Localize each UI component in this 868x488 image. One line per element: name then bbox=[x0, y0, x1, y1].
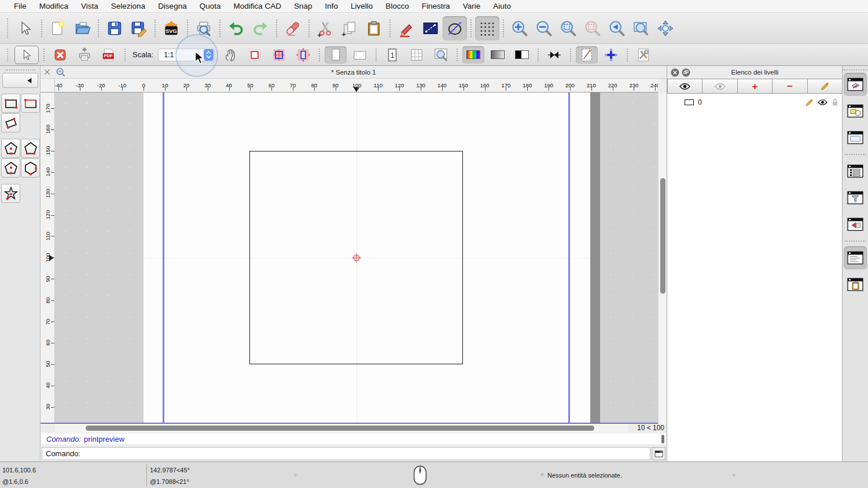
export-svg-button[interactable]: SVG bbox=[159, 16, 183, 40]
command-input-field[interactable]: Comando: bbox=[42, 447, 650, 460]
menu-item[interactable]: Snap bbox=[288, 2, 319, 10]
vertical-scrollbar-thumb[interactable] bbox=[660, 178, 665, 294]
fit-to-paper-button[interactable] bbox=[268, 46, 290, 64]
menu-item[interactable]: Modifica CAD bbox=[227, 2, 288, 10]
drawing-canvas[interactable] bbox=[55, 93, 658, 424]
star-tool[interactable] bbox=[1, 184, 20, 203]
line-width-scale-button[interactable] bbox=[543, 46, 565, 64]
list-dock-button[interactable] bbox=[844, 160, 867, 183]
open-file-button[interactable] bbox=[70, 16, 94, 40]
undo-button[interactable] bbox=[224, 16, 248, 40]
menu-item[interactable]: Finestra bbox=[415, 2, 457, 10]
clipboard-dock-button[interactable] bbox=[844, 273, 867, 296]
snap-grid-button[interactable] bbox=[475, 16, 499, 40]
rectangle-corner-size-tool[interactable] bbox=[21, 94, 40, 113]
toolbar-drag-handle[interactable] bbox=[7, 49, 8, 61]
polygon-side-side-tool[interactable] bbox=[21, 158, 40, 178]
paste-button[interactable] bbox=[362, 16, 386, 40]
edit-layer-button[interactable] bbox=[808, 79, 843, 94]
menu-item[interactable]: Blocco bbox=[379, 2, 415, 10]
zoom-out-button[interactable] bbox=[532, 16, 556, 40]
menu-item[interactable]: Seleziona bbox=[105, 2, 152, 10]
save-button[interactable] bbox=[102, 16, 127, 40]
horizontal-scrollbar[interactable] bbox=[55, 424, 628, 432]
export-pdf-button[interactable]: PDF bbox=[98, 46, 120, 64]
scale-stepper[interactable] bbox=[204, 49, 214, 61]
back-button[interactable] bbox=[2, 73, 38, 88]
zoom-pan-button[interactable] bbox=[653, 16, 678, 40]
print-button[interactable] bbox=[73, 46, 95, 64]
menu-item[interactable]: Varie bbox=[457, 2, 487, 10]
multi-page-button[interactable] bbox=[406, 46, 428, 64]
polygon-center-side-tool[interactable] bbox=[1, 158, 20, 178]
portrait-page-button[interactable] bbox=[325, 46, 347, 64]
settings-tools-button[interactable] bbox=[632, 46, 654, 64]
menu-item[interactable]: Livello bbox=[344, 2, 379, 10]
new-document-button[interactable] bbox=[46, 16, 70, 40]
ellipse-tool-button[interactable] bbox=[443, 16, 467, 40]
draft-mode-button[interactable] bbox=[576, 46, 598, 64]
vertical-scrollbar[interactable] bbox=[658, 93, 667, 424]
hide-all-layers-button[interactable] bbox=[703, 79, 737, 94]
zoom-window-button[interactable] bbox=[629, 16, 653, 40]
scale-combobox[interactable]: 1:1 bbox=[158, 49, 215, 61]
zoom-in-button[interactable] bbox=[507, 16, 532, 40]
menu-item[interactable]: Modifica bbox=[33, 2, 75, 10]
layers-dock-button[interactable] bbox=[844, 73, 867, 96]
layer-lock-icon[interactable] bbox=[832, 98, 838, 106]
paper-border-button[interactable] bbox=[244, 46, 266, 64]
menu-item[interactable]: Quota bbox=[193, 2, 227, 10]
menu-item[interactable]: File bbox=[8, 2, 33, 10]
rectangle-3points-tool[interactable] bbox=[1, 113, 20, 132]
polygon-center-corner-tool[interactable] bbox=[1, 139, 20, 158]
rectangle-2corners-tool[interactable] bbox=[1, 94, 20, 113]
black-white-button[interactable] bbox=[511, 46, 533, 64]
toolbar-drag-handle[interactable] bbox=[7, 19, 8, 38]
panel-float-icon[interactable] bbox=[682, 68, 690, 77]
command-history-scrollbar[interactable] bbox=[661, 435, 664, 443]
eraser-button[interactable] bbox=[281, 16, 305, 40]
dock-drag-handle[interactable] bbox=[843, 69, 868, 71]
zoom-selection-button[interactable] bbox=[580, 16, 605, 40]
menu-item[interactable]: Aiuto bbox=[487, 2, 517, 10]
dock-drag-handle[interactable] bbox=[5, 69, 35, 71]
pen-button[interactable] bbox=[394, 16, 418, 40]
blocks-dock-button[interactable] bbox=[844, 99, 867, 123]
redo-button[interactable] bbox=[248, 16, 273, 40]
layer-edit-pencil-icon[interactable] bbox=[805, 98, 814, 107]
command-dock-button[interactable] bbox=[844, 246, 867, 269]
horizontal-scrollbar-thumb[interactable] bbox=[86, 426, 594, 431]
copy-button[interactable] bbox=[337, 16, 362, 40]
cut-button[interactable] bbox=[313, 16, 337, 40]
panel-close-icon[interactable] bbox=[671, 68, 679, 77]
show-all-layers-button[interactable] bbox=[667, 79, 703, 94]
single-page-button[interactable]: 1 bbox=[381, 46, 403, 64]
filter-dock-button[interactable] bbox=[844, 186, 867, 209]
pan-hand-button[interactable] bbox=[219, 46, 241, 64]
command-detach-button[interactable] bbox=[652, 447, 665, 460]
landscape-page-button[interactable] bbox=[349, 46, 371, 64]
zoom-previous-button[interactable] bbox=[605, 16, 629, 40]
menu-item[interactable]: Disegna bbox=[152, 2, 193, 10]
save-as-button[interactable] bbox=[127, 16, 151, 40]
crosshair-plus-button[interactable] bbox=[600, 46, 622, 64]
layer-visibility-eye-icon[interactable] bbox=[818, 99, 827, 106]
library-dock-button[interactable] bbox=[844, 126, 867, 149]
add-layer-button[interactable]: + bbox=[738, 79, 773, 94]
line-tool-button[interactable] bbox=[418, 16, 443, 40]
polygon-2corners-tool[interactable] bbox=[21, 139, 40, 158]
view-dock-button[interactable] bbox=[844, 213, 867, 236]
zoom-page-button[interactable] bbox=[430, 46, 452, 64]
center-to-page-button[interactable] bbox=[292, 46, 314, 64]
grayscale-button[interactable] bbox=[487, 46, 509, 64]
zoom-auto-button[interactable] bbox=[556, 16, 580, 40]
full-color-button[interactable] bbox=[462, 46, 484, 64]
close-print-preview-button[interactable] bbox=[49, 46, 71, 64]
preview-pointer-button[interactable] bbox=[14, 46, 39, 64]
layer-row[interactable]: 0 bbox=[667, 96, 843, 109]
menu-item[interactable]: Vista bbox=[75, 2, 105, 10]
selection-pointer-button[interactable] bbox=[13, 16, 38, 40]
print-preview-button[interactable] bbox=[192, 16, 216, 40]
remove-layer-button[interactable]: − bbox=[773, 79, 807, 94]
menu-item[interactable]: Info bbox=[319, 2, 345, 10]
